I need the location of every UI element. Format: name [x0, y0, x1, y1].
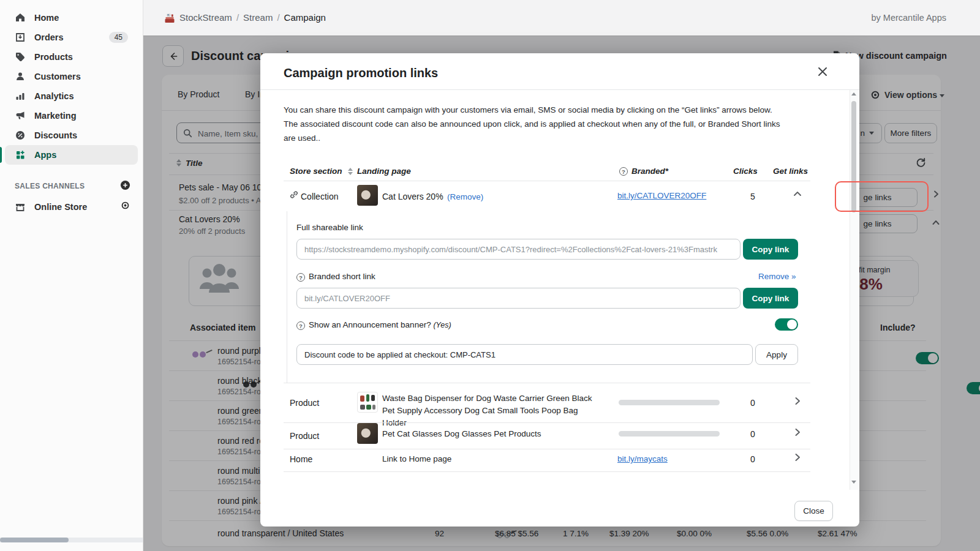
row-divider — [284, 383, 810, 383]
collapse-chevron-up-icon[interactable] — [792, 189, 803, 200]
apply-button[interactable]: Apply — [755, 344, 798, 365]
landing-page-cell: Pet Cat Glasses Dog Glasses Pet Products — [382, 429, 541, 438]
landing-page-cell: Waste Bag Dispenser for Dog Waste Carrie… — [382, 392, 604, 429]
store-section-cell: Collection — [301, 192, 338, 201]
store-section-column-header[interactable]: Store section — [290, 167, 342, 176]
full-shareable-link-field[interactable] — [296, 239, 741, 260]
sidebar-item-online-store[interactable]: Online Store — [5, 197, 138, 217]
sales-channels-heading: SALES CHANNELS — [15, 182, 85, 190]
clicks-cell: 5 — [750, 192, 755, 201]
add-sales-channel-icon[interactable] — [120, 180, 130, 190]
breadcrumb: StockStream/Stream/Campaign — [179, 12, 326, 23]
app-byline: by Mercantile Apps — [871, 13, 946, 23]
breadcrumb-section[interactable]: Stream — [243, 12, 273, 23]
sidebar-item-discounts[interactable]: Discounts — [5, 126, 138, 145]
sidebar-item-label: Orders — [34, 32, 64, 42]
discount-icon — [15, 130, 26, 141]
clicks-progress-bar — [619, 431, 720, 437]
sidebar-item-label: Products — [34, 52, 73, 62]
landing-page-cell: Cat Lovers 20% — [382, 192, 443, 201]
expand-chevron-right-icon[interactable] — [792, 395, 803, 407]
modal-header-divider — [260, 89, 859, 90]
sidebar: Home Orders 45 Products Customers Analyt… — [0, 0, 143, 551]
sidebar-item-label: Customers — [34, 72, 81, 81]
breadcrumb-separator: / — [273, 12, 284, 23]
remove-branded-link[interactable]: Remove » — [758, 272, 796, 281]
scroll-down-icon[interactable] — [851, 481, 856, 484]
copy-full-link-button[interactable]: Copy link — [743, 239, 798, 260]
modal-title: Campaign promotion links — [284, 66, 438, 80]
sidebar-item-label: Home — [34, 13, 59, 23]
annotation-highlight-box — [835, 181, 929, 212]
sidebar-item-label: Discounts — [34, 130, 77, 140]
campaign-promotion-links-modal: Campaign promotion links You can share t… — [260, 53, 859, 527]
close-button[interactable]: Close — [794, 501, 833, 521]
row-divider — [284, 449, 810, 449]
sidebar-hscrollbar-thumb[interactable] — [0, 538, 69, 542]
branded-column-header[interactable]: Branded* — [631, 167, 668, 176]
sidebar-nav: Home Orders 45 Products Customers Analyt… — [5, 8, 138, 165]
expand-chevron-right-icon[interactable] — [792, 452, 803, 463]
view-store-eye-icon[interactable] — [120, 200, 130, 211]
table-header-divider — [284, 181, 810, 181]
banner-label-text: Show an Announcement banner? — [309, 320, 431, 329]
apps-icon — [15, 149, 26, 160]
clicks-cell: 0 — [750, 454, 755, 464]
breadcrumb-app[interactable]: StockStream — [179, 12, 232, 23]
close-icon[interactable] — [816, 66, 829, 78]
scroll-up-icon[interactable] — [851, 92, 856, 96]
branded-short-link[interactable]: bit.ly/CATLOVER20OFF — [617, 191, 706, 200]
clicks-progress-bar — [619, 400, 720, 405]
get-links-column-header: Get links — [773, 167, 808, 176]
store-section-cell: Home — [290, 454, 312, 464]
clicks-column-header[interactable]: Clicks — [733, 167, 758, 176]
landing-page-column-header[interactable]: Landing page — [357, 167, 411, 176]
home-icon — [15, 12, 26, 23]
help-icon[interactable]: ? — [296, 273, 305, 282]
remove-link[interactable]: (Remove) — [447, 192, 483, 201]
sidebar-item-label: Apps — [34, 150, 56, 160]
store-section-cell: Product — [290, 398, 319, 408]
help-icon[interactable]: ? — [619, 167, 628, 176]
sort-icon[interactable] — [348, 168, 353, 175]
product-thumbnail — [357, 423, 378, 444]
sidebar-item-label: Analytics — [34, 91, 74, 101]
help-icon[interactable]: ? — [296, 321, 305, 330]
bar-chart-icon — [15, 91, 26, 102]
expand-chevron-right-icon[interactable] — [792, 427, 803, 438]
clicks-cell: 0 — [750, 398, 755, 408]
link-icon — [288, 189, 300, 200]
orders-count-badge: 45 — [109, 32, 128, 43]
sidebar-item-products[interactable]: Products — [5, 47, 138, 67]
expanded-panel-border — [287, 211, 287, 383]
sidebar-item-label: Marketing — [34, 111, 77, 121]
sidebar-item-apps[interactable]: Apps — [5, 145, 138, 165]
branded-short-link-field[interactable] — [296, 288, 741, 309]
announcement-banner-label: Show an Announcement banner? (Yes) — [309, 320, 451, 329]
branded-short-link-label: Branded short link — [309, 272, 375, 281]
sidebar-item-customers[interactable]: Customers — [5, 67, 138, 86]
branded-short-link[interactable]: bit.ly/maycats — [617, 454, 668, 463]
banner-state-text: (Yes) — [433, 321, 451, 329]
copy-branded-link-button[interactable]: Copy link — [743, 288, 798, 309]
storefront-icon — [15, 201, 26, 212]
orders-icon — [15, 32, 26, 43]
full-link-label: Full shareable link — [296, 223, 363, 232]
stockstream-app-icon — [164, 12, 176, 24]
sidebar-item-label: Online Store — [34, 202, 87, 212]
discount-code-field[interactable] — [296, 344, 753, 365]
sidebar-item-orders[interactable]: Orders 45 — [5, 28, 138, 47]
modal-description: You can share this discount campaign wit… — [284, 103, 788, 146]
breadcrumb-page: Campaign — [284, 12, 326, 23]
announcement-banner-toggle[interactable] — [775, 318, 798, 331]
megaphone-icon — [15, 110, 26, 121]
store-section-cell: Product — [290, 431, 319, 441]
sidebar-item-home[interactable]: Home — [5, 8, 138, 28]
row-divider — [284, 471, 810, 472]
breadcrumb-separator: / — [232, 12, 243, 23]
tag-icon — [15, 51, 26, 62]
topbar: StockStream/Stream/Campaign by Mercantil… — [143, 0, 980, 36]
sidebar-item-marketing[interactable]: Marketing — [5, 106, 138, 126]
person-icon — [15, 71, 26, 82]
sidebar-item-analytics[interactable]: Analytics — [5, 86, 138, 106]
